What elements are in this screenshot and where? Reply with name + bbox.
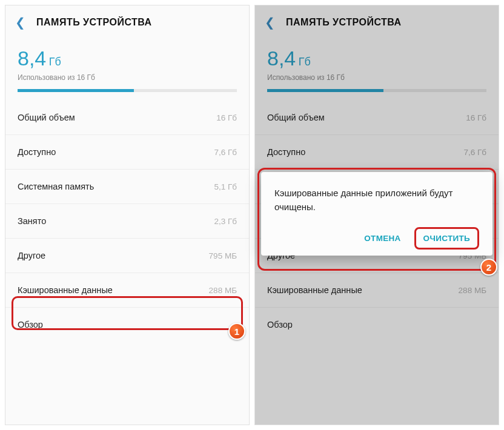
storage-summary: 8,4 Гб Использовано из 16 Гб (5, 35, 249, 101)
annotation-badge-1: 1 (228, 323, 245, 340)
used-unit: Гб (49, 56, 61, 68)
page-title: ПАМЯТЬ УСТРОЙСТВА (36, 17, 152, 28)
back-icon[interactable]: ❮ (265, 16, 275, 28)
header: ❮ ПАМЯТЬ УСТРОЙСТВА (5, 5, 249, 35)
row-total[interactable]: Общий объем 16 Гб (5, 101, 249, 135)
used-unit: Гб (299, 56, 311, 68)
screen-left: ❮ ПАМЯТЬ УСТРОЙСТВА 8,4 Гб Использовано … (5, 5, 250, 425)
dialog-message: Кэшированные данные приложений будут очи… (274, 187, 479, 214)
row-cached[interactable]: Кэшированные данные 288 МБ (5, 273, 249, 308)
storage-summary: 8,4 Гб Использовано из 16 Гб (255, 35, 499, 101)
cancel-button[interactable]: ОТМЕНА (357, 229, 408, 248)
storage-progress (18, 89, 237, 92)
row-overview[interactable]: Обзор (5, 308, 249, 342)
back-icon[interactable]: ❮ (15, 16, 25, 28)
row-available[interactable]: Доступно 7,6 Гб (255, 135, 499, 170)
clear-cache-dialog: Кэшированные данные приложений будут очи… (261, 172, 492, 256)
storage-progress (267, 89, 486, 92)
row-total[interactable]: Общий объем 16 Гб (255, 101, 499, 135)
annotation-badge-2: 2 (480, 259, 497, 276)
row-available[interactable]: Доступно 7,6 Гб (5, 135, 249, 170)
confirm-button[interactable]: ОЧИСТИТЬ (414, 227, 479, 250)
row-system[interactable]: Системная память 5,1 Гб (5, 170, 249, 204)
used-value: 8,4 (267, 47, 296, 70)
used-note: Использовано из 16 Гб (267, 73, 486, 82)
used-value: 8,4 (18, 47, 46, 70)
page-title: ПАМЯТЬ УСТРОЙСТВА (286, 17, 402, 28)
row-used[interactable]: Занято 2,3 Гб (5, 204, 249, 239)
used-note: Использовано из 16 Гб (18, 73, 237, 82)
header: ❮ ПАМЯТЬ УСТРОЙСТВА (255, 5, 499, 35)
row-overview[interactable]: Обзор (255, 308, 499, 342)
row-cached[interactable]: Кэшированные данные 288 МБ (255, 273, 499, 308)
screen-right: ❮ ПАМЯТЬ УСТРОЙСТВА 8,4 Гб Использовано … (254, 5, 499, 425)
row-other[interactable]: Другое 795 МБ (5, 239, 249, 273)
